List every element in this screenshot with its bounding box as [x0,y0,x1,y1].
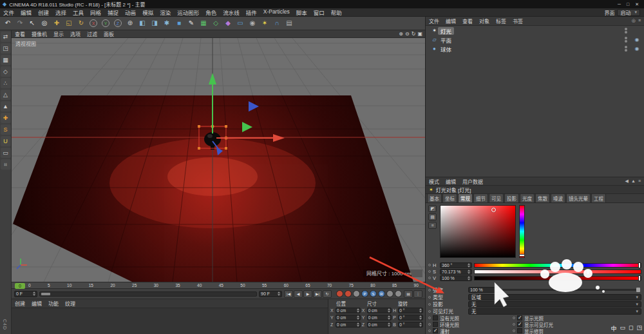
checkbox[interactable] [517,322,522,327]
animation-dot-icon[interactable] [428,329,431,332]
attribute-menu-item[interactable]: 用户数据 [459,178,486,185]
param-select[interactable]: 区域 ▾ [468,294,641,300]
object-list[interactable]: ✶ 灯光 ▱ 平面 ◉ ● 球体 [426,26,644,177]
select-tool[interactable]: ↖ [26,17,38,29]
rotate-view-icon[interactable]: ↻ [412,31,416,37]
record-position-toggle[interactable]: P [361,290,368,297]
end-frame-field[interactable]: 90 F [259,291,282,297]
animation-dot-icon[interactable] [428,303,431,306]
current-frame-field[interactable]: 0 F [14,291,37,297]
stepper-icon[interactable] [357,308,359,313]
menu-item[interactable]: 选择 [52,8,70,16]
make-editable-button[interactable]: ⇄ [1,32,11,42]
checkbox[interactable] [433,322,438,327]
object-tag-icon[interactable]: ◉ [632,37,641,43]
material-menu-item[interactable]: 功能 [45,300,62,307]
stepper-icon[interactable] [419,322,422,327]
model-mode-button[interactable]: ◳ [1,43,11,54]
ime-icon[interactable]: 中 [611,324,616,333]
record-parameter-toggle[interactable] [386,290,393,297]
attribute-tab[interactable]: 投影 [504,193,519,202]
checkbox[interactable] [433,328,438,333]
stepper-icon[interactable] [388,308,390,313]
up-icon[interactable]: ▲ [631,179,636,184]
menu-item[interactable]: 捕捉 [104,8,122,16]
coordinate-system-toggle[interactable]: ⊕ [124,17,136,29]
menu-item[interactable]: X-Particles [260,8,293,16]
animation-dot-icon[interactable] [428,317,431,319]
spline-pen-menu[interactable]: ✎ [185,17,197,29]
rotate-tool[interactable]: ↻ [75,17,87,29]
size-field[interactable]: 0 cm [367,322,392,328]
back-icon[interactable]: ◀ [625,179,629,184]
stepper-icon[interactable] [419,315,422,320]
redo-button[interactable]: ↷ [14,17,26,29]
material-menu-item[interactable]: 编辑 [28,300,45,307]
workplane-mode-button[interactable]: ◇ [1,66,11,77]
toggle-view-icon[interactable]: ▣ [417,31,422,37]
material-menu-item[interactable]: 纹理 [62,300,79,307]
ime-icon[interactable]: ▭ [620,324,625,333]
rotation-field[interactable]: 0 ° [398,315,423,320]
stepper-icon[interactable] [468,276,470,280]
attribute-tab[interactable]: 可见 [489,193,504,202]
checkbox[interactable] [517,328,522,333]
menu-item[interactable]: 渲染 [156,8,174,16]
sv-gradient-square[interactable] [440,205,516,258]
record-keyframe-button[interactable] [336,290,343,297]
hue-slider[interactable] [474,263,641,268]
floor-menu[interactable]: ▭ [234,17,246,29]
menu-item[interactable]: 模拟 [139,8,156,16]
size-field[interactable]: 0 cm [367,308,392,313]
object-manager-menu-item[interactable]: 标签 [493,17,509,25]
loop-button[interactable]: ↻ [323,290,332,298]
menu-item[interactable]: 插件 [243,8,260,16]
ime-icon[interactable]: ◳ [636,324,642,333]
animation-dot-icon[interactable] [428,289,431,291]
menu-item[interactable]: 脚本 [293,8,310,16]
visibility-toggle[interactable] [625,37,627,43]
window-control-button[interactable]: ─ [618,2,621,7]
saturation-slider[interactable] [474,270,641,274]
stepper-icon[interactable] [357,315,359,320]
viewport-menu-item[interactable]: 摄像机 [28,30,50,37]
ime-icon[interactable]: ◻ [629,324,633,333]
render-view-button[interactable]: ◧ [137,17,148,29]
menu-item[interactable]: 网格 [87,8,104,16]
checkbox[interactable] [517,315,522,320]
rotation-field[interactable]: 0 ° [398,322,423,328]
deformer-menu[interactable]: ◆ [222,17,234,29]
attribute-tab[interactable]: 镜头光晕 [566,193,591,202]
history-icon[interactable]: ≡ [638,179,641,184]
rotation-field[interactable]: 0 ° [398,308,423,313]
visibility-toggle[interactable] [625,46,627,52]
lock-z-axis[interactable]: Z [112,17,124,29]
render-settings-button[interactable]: ✱ [161,17,173,29]
viewport-menu-item[interactable]: 面板 [100,30,117,37]
zoom-view-icon[interactable]: ⊖ [405,31,410,37]
object-tag-icon[interactable]: ◉ [632,46,641,52]
viewport-canvas[interactable]: 透视视图 网格尺寸 : 1000 cm [12,38,425,282]
attribute-tab[interactable]: 基本 [427,193,442,202]
object-manager-menu-item[interactable]: 文件 [426,17,442,25]
subdivision-surface-menu[interactable]: ▦ [198,17,209,29]
instance-menu[interactable]: ◇ [210,17,222,29]
move-tool[interactable]: ✚ [51,17,62,29]
material-menu-item[interactable]: 创建 [12,300,28,307]
object-manager-menu-item[interactable]: 编辑 [442,17,459,25]
menu-item[interactable]: 帮助 [328,8,345,16]
scale-tool[interactable]: ◱ [63,17,75,29]
color-wheel-mode-icon[interactable]: ◩ [428,205,437,212]
viewport-menu-item[interactable]: 显示 [50,30,67,37]
object-row[interactable]: ▱ 平面 ◉ [426,35,644,44]
environment-menu[interactable]: ∩ [271,17,283,29]
object-name[interactable]: 平面 [438,36,454,44]
intensity-slider-handle[interactable] [636,288,640,292]
viewport-menu-item[interactable]: 选项 [67,30,84,37]
value-slider[interactable] [474,276,641,280]
object-name[interactable]: 灯光 [438,27,454,35]
position-field[interactable]: 0 cm [336,308,361,313]
menu-item[interactable]: 文件 [0,8,17,16]
timeline-slider-handle[interactable] [41,293,50,295]
stepper-icon[interactable] [388,315,390,320]
